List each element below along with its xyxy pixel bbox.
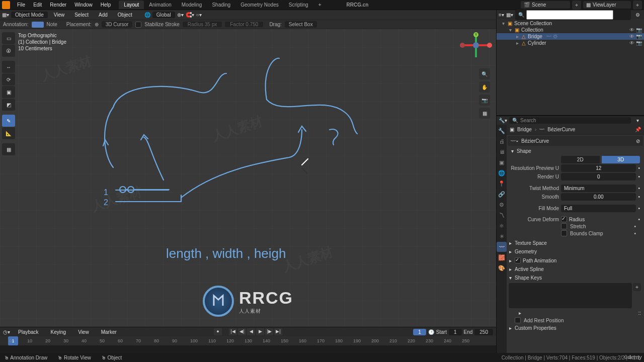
keyframe-next-icon[interactable]: |▶: [265, 328, 273, 335]
snap-icon[interactable]: 🧲▾: [186, 12, 194, 18]
visibility-icon[interactable]: 👁: [629, 27, 634, 33]
menu-help[interactable]: Help: [97, 1, 115, 9]
outliner-row[interactable]: ▾▣Collection👁📷: [497, 27, 644, 33]
pin-icon[interactable]: 📌: [635, 127, 641, 132]
panel-pathanim-header[interactable]: ▸Path Animation: [507, 256, 644, 265]
render-vis-icon[interactable]: 📷: [636, 27, 642, 33]
workspace-tab[interactable]: Geometry Nodes: [235, 1, 284, 9]
smooth-value[interactable]: 0.00: [561, 193, 636, 201]
marker-menu[interactable]: Marker: [97, 328, 121, 336]
add-shapekey-button[interactable]: ＋: [633, 283, 641, 291]
props-tab[interactable]: 🔧: [497, 126, 507, 136]
workspace-tab[interactable]: Scripting: [284, 1, 313, 9]
addrest-checkbox[interactable]: [515, 317, 521, 323]
outliner-filter-icon[interactable]: ⚙: [633, 10, 642, 19]
new-viewlayer-icon[interactable]: ＋: [633, 1, 642, 10]
current-frame-field[interactable]: 1: [413, 329, 426, 335]
placement-select[interactable]: 3D Cursor: [102, 21, 133, 28]
panel-shapekeys-header[interactable]: ▾Shape Keys: [507, 274, 644, 282]
play-icon[interactable]: ▶: [256, 328, 264, 335]
props-tab[interactable]: ⚛: [497, 221, 507, 231]
panel-shape-header[interactable]: ▾Shape: [509, 147, 642, 155]
panel-customprops-header[interactable]: ▸Custom Properties: [507, 324, 644, 332]
drag-select[interactable]: Select Box: [285, 21, 317, 28]
orientation-icon[interactable]: 🌐: [144, 12, 150, 18]
tool-button[interactable]: 📐: [2, 127, 15, 139]
workspace-tab[interactable]: Animation: [144, 1, 176, 9]
tool-button[interactable]: ▦: [2, 143, 15, 155]
panel-activespline-header[interactable]: ▸Active Spline: [507, 265, 644, 274]
viewport-nav-icon[interactable]: ▦: [479, 108, 490, 119]
outliner-row[interactable]: ▸△Cylinder👁📷: [497, 40, 644, 46]
outliner-display-icon[interactable]: ▦▾: [506, 12, 513, 18]
datablock-name[interactable]: BézierCurve: [521, 138, 549, 144]
props-tab[interactable]: 🧱: [497, 252, 507, 262]
scene-field[interactable]: 🎬: [521, 1, 570, 9]
render-u-value[interactable]: 0: [561, 173, 636, 180]
outliner-search-input[interactable]: [526, 10, 613, 20]
render-vis-icon[interactable]: 📷: [636, 34, 642, 39]
props-options-icon[interactable]: ▾: [633, 116, 642, 125]
tool-button[interactable]: ◩: [2, 99, 15, 111]
jump-start-icon[interactable]: |◀: [229, 328, 237, 335]
render-vis-icon[interactable]: 📷: [636, 40, 642, 46]
props-tab[interactable]: 〰: [497, 242, 507, 252]
animate-dot-icon[interactable]: •: [638, 174, 640, 179]
viewlayer-field[interactable]: ▦: [583, 1, 631, 9]
datablock-shield-icon[interactable]: ⊘: [636, 138, 640, 144]
tool-button[interactable]: ✎: [2, 115, 15, 127]
workspace-tab[interactable]: Modeling: [177, 1, 207, 9]
viewport-nav-icon[interactable]: ✋: [479, 81, 490, 93]
view-menu[interactable]: View: [50, 11, 69, 19]
new-scene-icon[interactable]: ＋: [572, 1, 581, 10]
fillmode-select[interactable]: Full: [561, 205, 636, 212]
annotation-color-swatch[interactable]: [32, 22, 44, 28]
visibility-icon[interactable]: 👁: [629, 40, 634, 46]
editor-type-icon[interactable]: ▦▾: [2, 12, 9, 18]
tl-view-menu[interactable]: View: [74, 328, 93, 336]
animate-dot-icon[interactable]: •: [638, 206, 640, 211]
shape-3d-button[interactable]: 3D: [602, 156, 640, 163]
breadcrumb-object[interactable]: Bridge: [517, 127, 532, 132]
annotation-layer-name[interactable]: Note: [47, 22, 57, 27]
proportional-icon[interactable]: ○▾: [196, 12, 202, 18]
viewport-nav-icon[interactable]: 📷: [479, 95, 490, 106]
props-type-icon[interactable]: 🔧▾: [499, 118, 507, 123]
scene-input[interactable]: [532, 2, 567, 8]
viewport-nav-icon[interactable]: 🔍: [479, 68, 490, 79]
keying-menu[interactable]: Keying: [47, 328, 70, 336]
menu-file[interactable]: File: [13, 1, 29, 9]
menu-edit[interactable]: Edit: [29, 1, 46, 9]
props-tab[interactable]: 🖥: [497, 147, 507, 157]
outliner-row[interactable]: ▾▣Scene Collection: [497, 20, 644, 27]
twist-select[interactable]: Minimum: [561, 185, 636, 192]
jump-end-icon[interactable]: ▶|: [274, 328, 282, 335]
start-frame-field[interactable]: 1: [449, 329, 462, 335]
tool-button[interactable]: ↔: [2, 61, 15, 73]
tool-button[interactable]: ▭: [2, 32, 15, 44]
nav-gizmo[interactable]: Y: [461, 33, 491, 63]
add-menu[interactable]: Add: [95, 11, 112, 19]
playback-menu[interactable]: Playback: [14, 328, 43, 336]
menu-render[interactable]: Render: [46, 1, 70, 9]
orientation-select[interactable]: Global: [152, 12, 175, 18]
radius-checkbox[interactable]: [561, 216, 567, 222]
bounds-checkbox[interactable]: [561, 230, 567, 236]
breadcrumb-data[interactable]: BézierCurve: [547, 127, 575, 132]
outliner-type-icon[interactable]: ≡▾: [499, 12, 504, 18]
props-tab[interactable]: ▣: [497, 157, 507, 167]
viewport-3d[interactable]: 人人素材 人人素材 人人素材 人人素材 Top Orthographic (1)…: [0, 29, 496, 327]
props-tab[interactable]: 〽: [497, 210, 507, 220]
panel-geometry-header[interactable]: ▸Geometry: [507, 247, 644, 256]
keyframe-prev-icon[interactable]: ◀|: [238, 328, 246, 335]
tool-button[interactable]: ▣: [2, 86, 15, 98]
outliner-row[interactable]: ▸△Bridge〰 ⚙👁📷: [497, 33, 644, 40]
workspace-tab[interactable]: Layout: [119, 1, 144, 9]
props-tab[interactable]: 📍: [497, 178, 507, 189]
props-tab[interactable]: 🌐: [497, 168, 507, 178]
viewlayer-input[interactable]: [593, 2, 628, 8]
animate-dot-icon[interactable]: •: [638, 186, 640, 191]
shape-2d-button[interactable]: 2D: [561, 156, 600, 163]
resolution-u-value[interactable]: 12: [561, 164, 636, 172]
props-tab[interactable]: ⚙: [497, 200, 507, 210]
